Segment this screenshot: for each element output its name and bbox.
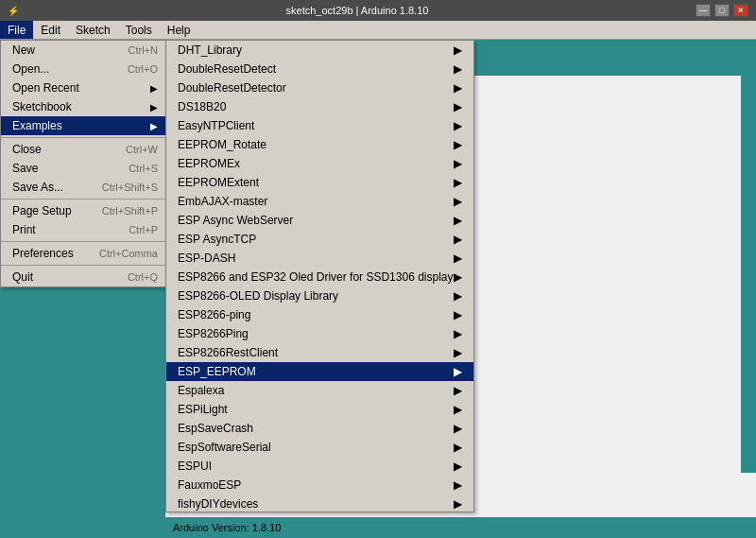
separator-1 <box>1 137 169 138</box>
example-espalexa[interactable]: Espalexa▶ <box>166 381 473 400</box>
example-esp-asynctcp[interactable]: ESP AsyncTCP▶ <box>166 230 473 249</box>
example-easy-ntp-client[interactable]: EasyNTPClient▶ <box>166 116 473 135</box>
menu-item-tools[interactable]: Tools <box>118 21 160 39</box>
close-button[interactable]: ✕ <box>733 4 748 17</box>
menu-save-as[interactable]: Save As... Ctrl+Shift+S <box>1 178 169 197</box>
status-bar: Arduino Version: 1.8.10 <box>165 517 756 538</box>
menu-examples[interactable]: Examples ▶ <box>1 116 169 135</box>
example-espsoftwareserial[interactable]: EspSoftwareSerial▶ <box>166 438 473 457</box>
menu-close[interactable]: Close Ctrl+W <box>1 140 169 159</box>
menu-print[interactable]: Print Ctrl+P <box>1 220 169 239</box>
example-eepromex[interactable]: EEPROMEx▶ <box>166 154 473 173</box>
example-embajax-master[interactable]: EmbAJAX-master▶ <box>166 192 473 211</box>
example-double-reset-detector[interactable]: DoubleResetDetector▶ <box>166 78 473 97</box>
example-esp8266-esp32-oled[interactable]: ESP8266 and ESP32 Oled Driver for SSD130… <box>166 268 473 286</box>
menu-bar: File Edit Sketch Tools Help <box>0 21 756 40</box>
menu-open-recent[interactable]: Open Recent ▶ <box>1 78 169 97</box>
title-bar-icon: ⚡ <box>8 6 19 16</box>
example-esp-eeprom[interactable]: ESP_EEPROM▶ <box>166 362 473 381</box>
menu-page-setup[interactable]: Page Setup Ctrl+Shift+P <box>1 201 169 220</box>
menu-sketchbook[interactable]: Sketchbook ▶ <box>1 97 169 116</box>
menu-save[interactable]: Save Ctrl+S <box>1 159 169 178</box>
example-esp8266-ping[interactable]: ESP8266-ping▶ <box>166 305 473 324</box>
example-eepromextent[interactable]: EEPROMExtent▶ <box>166 173 473 192</box>
menu-quit[interactable]: Quit Ctrl+Q <box>1 268 169 286</box>
file-menu-dropdown: New Ctrl+N Open... Ctrl+O Open Recent ▶ … <box>0 40 170 287</box>
examples-submenu: DHT_Library▶ DoubleResetDetect▶ DoubleRe… <box>165 40 474 512</box>
separator-3 <box>1 241 169 242</box>
example-dht-library[interactable]: DHT_Library▶ <box>166 41 473 60</box>
title-bar: ⚡ sketch_oct29b | Arduino 1.8.10 — □ ✕ <box>0 0 756 21</box>
example-esp-dash[interactable]: ESP-DASH▶ <box>166 249 473 268</box>
example-fishydiydevices[interactable]: fishyDIYdevices▶ <box>166 495 473 512</box>
separator-4 <box>1 265 169 266</box>
title-bar-controls: — □ ✕ <box>696 4 748 17</box>
version-text: Arduino Version: 1.8.10 <box>173 522 281 533</box>
example-espsavecrash[interactable]: EspSaveCrash▶ <box>166 419 473 438</box>
menu-preferences[interactable]: Preferences Ctrl+Comma <box>1 244 169 263</box>
menu-item-edit[interactable]: Edit <box>33 21 68 39</box>
example-espui[interactable]: ESPUI▶ <box>166 457 473 476</box>
example-eeprom-rotate[interactable]: EEPROM_Rotate▶ <box>166 135 473 154</box>
example-esp-async-webserver[interactable]: ESP Async WebServer▶ <box>166 211 473 230</box>
example-esp8266restclient[interactable]: ESP8266RestClient▶ <box>166 343 473 362</box>
maximize-button[interactable]: □ <box>714 4 730 17</box>
menu-open[interactable]: Open... Ctrl+O <box>1 60 169 78</box>
separator-2 <box>1 199 169 200</box>
example-ds18b20[interactable]: DS18B20▶ <box>166 97 473 116</box>
minimize-button[interactable]: — <box>696 4 711 17</box>
menu-item-help[interactable]: Help <box>160 21 198 39</box>
example-espilight[interactable]: ESPiLight▶ <box>166 400 473 419</box>
title-bar-title: sketch_oct29b | Arduino 1.8.10 <box>19 5 696 16</box>
menu-item-file[interactable]: File <box>0 21 33 39</box>
menu-item-sketch[interactable]: Sketch <box>68 21 118 39</box>
example-fauxmoesp[interactable]: FauxmoESP▶ <box>166 476 473 495</box>
menu-new[interactable]: New Ctrl+N <box>1 41 169 60</box>
scrollbar[interactable] <box>741 76 756 473</box>
example-esp8266-oled-display[interactable]: ESP8266-OLED Display Library▶ <box>166 286 473 305</box>
example-double-reset-detect[interactable]: DoubleResetDetect▶ <box>166 60 473 78</box>
example-esp8266ping[interactable]: ESP8266Ping▶ <box>166 324 473 343</box>
